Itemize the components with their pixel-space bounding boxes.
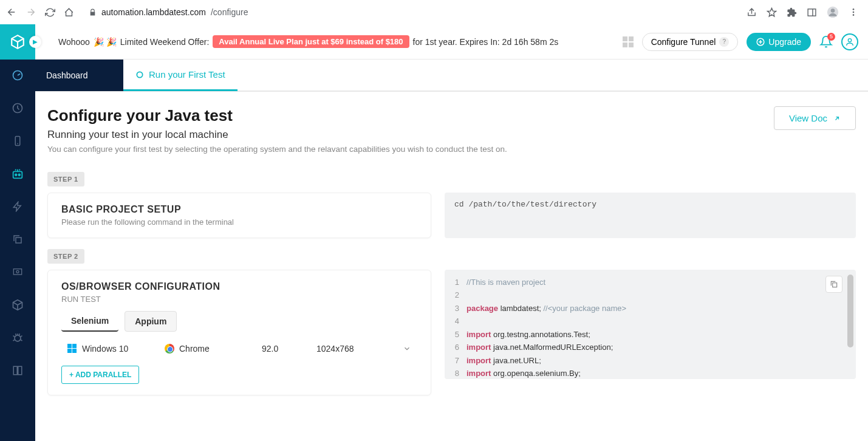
sidebar-package-icon[interactable] <box>10 298 25 312</box>
svg-point-15 <box>18 174 20 176</box>
view-doc-button[interactable]: View Doc <box>774 106 856 130</box>
help-icon: ? <box>719 37 729 47</box>
svg-point-4 <box>853 9 855 10</box>
promo-label: Limited Weekend Offer: <box>120 37 210 47</box>
cfg-browser: Chrome <box>165 344 244 354</box>
svg-point-18 <box>16 270 19 273</box>
tab-run-first-test[interactable]: Run your First Test <box>123 60 238 91</box>
home-icon[interactable] <box>64 7 74 18</box>
upgrade-button[interactable]: Upgrade <box>747 33 811 51</box>
code-block[interactable]: 1//This is maven project 2 3package lamb… <box>445 270 856 379</box>
configure-tunnel-label: Configure Tunnel <box>651 37 716 47</box>
svg-rect-16 <box>16 238 21 243</box>
apps-icon[interactable] <box>623 36 634 47</box>
code-scrollbar[interactable] <box>847 275 853 347</box>
chevron-down-icon[interactable] <box>403 344 411 353</box>
logo[interactable]: ▶ <box>0 24 35 60</box>
expand-sidebar-icon[interactable]: ▶ <box>29 36 41 48</box>
sidebar <box>0 60 35 441</box>
cfg-version: 92.0 <box>262 344 298 354</box>
windows-icon <box>67 344 77 354</box>
cfg-resolution: 1024x768 <box>316 344 371 354</box>
sidebar-device-icon[interactable] <box>10 134 25 148</box>
svg-point-5 <box>853 12 855 13</box>
promo-banner: Wohooo 🎉 🎉 Limited Weekend Offer: Avail … <box>58 35 558 48</box>
sidebar-realtime-icon[interactable] <box>10 101 25 115</box>
promo-pill[interactable]: Avail Annual Live Plan just at $69 inste… <box>213 35 409 48</box>
sidebar-lightning-icon[interactable] <box>10 199 25 214</box>
step2-badge: STEP 2 <box>47 249 84 264</box>
notifications-icon[interactable]: 5 <box>819 35 833 49</box>
step2-card: OS/BROWSER CONFIGURATION RUN TEST Seleni… <box>47 270 431 395</box>
url-path: /configure <box>211 7 248 17</box>
extensions-icon[interactable] <box>787 7 797 18</box>
page-subtitle: Running your test in your local machine <box>47 129 233 141</box>
svg-point-3 <box>831 9 835 13</box>
notification-badge: 5 <box>827 33 835 41</box>
promo-post: for 1st year. Expires In: 2d 16h 58m 2s <box>413 37 559 47</box>
svg-point-8 <box>848 38 851 41</box>
sidebar-screenshot-icon[interactable] <box>10 265 25 279</box>
svg-point-6 <box>853 14 855 16</box>
share-icon[interactable] <box>747 7 757 18</box>
chrome-icon <box>165 344 174 354</box>
svg-rect-20 <box>13 366 17 375</box>
upgrade-label: Upgrade <box>768 37 801 47</box>
page-title: Configure your Java test <box>47 106 233 125</box>
avatar[interactable] <box>841 33 858 50</box>
url-host: automation.lambdatest.com <box>101 7 206 17</box>
svg-rect-21 <box>18 366 22 375</box>
sidebar-copy-icon[interactable] <box>10 232 25 247</box>
step2-title: OS/BROWSER CONFIGURATION <box>61 281 417 292</box>
browser-actions <box>747 6 862 18</box>
svg-rect-17 <box>13 269 21 275</box>
url-bar[interactable]: automation.lambdatest.com/configure <box>83 5 738 19</box>
app-header: ▶ Wohooo 🎉 🎉 Limited Weekend Offer: Avai… <box>0 24 868 60</box>
forward-icon[interactable] <box>26 7 36 18</box>
menu-icon[interactable] <box>849 7 858 17</box>
back-icon[interactable] <box>6 7 17 18</box>
svg-point-14 <box>15 174 17 176</box>
tab-selenium[interactable]: Selenium <box>61 311 118 332</box>
promo-pre: Wohooo <box>58 37 90 47</box>
lock-icon <box>89 9 97 16</box>
step1-command[interactable]: cd /path/to/the/test/directory <box>445 193 856 238</box>
browser-toolbar: automation.lambdatest.com/configure <box>0 0 868 24</box>
step1-card: BASIC PROJECT SETUP Please run the follo… <box>47 193 431 238</box>
sidebar-layers-icon[interactable] <box>10 363 25 378</box>
copy-icon[interactable] <box>825 276 842 293</box>
main-content: Dashboard Run your First Test Configure … <box>35 60 868 441</box>
reload-icon[interactable] <box>45 7 55 18</box>
svg-rect-0 <box>808 9 816 15</box>
dashboard-tab[interactable]: Dashboard <box>35 60 123 91</box>
cfg-os: Windows 10 <box>67 344 146 354</box>
configure-tunnel-button[interactable]: Configure Tunnel ? <box>642 33 739 51</box>
svg-rect-13 <box>13 171 22 178</box>
sidebar-bug-icon[interactable] <box>10 330 25 345</box>
panel-icon[interactable] <box>807 7 817 18</box>
page-hint: You can configure your first test by sel… <box>47 145 856 154</box>
svg-point-19 <box>15 335 21 341</box>
add-parallel-button[interactable]: + ADD PARALLEL <box>61 366 139 384</box>
profile-icon[interactable] <box>827 6 839 18</box>
svg-point-22 <box>137 72 142 77</box>
sidebar-dashboard-icon[interactable] <box>10 68 25 83</box>
svg-rect-23 <box>833 283 837 287</box>
star-icon[interactable] <box>767 7 777 18</box>
step2-sub: RUN TEST <box>61 295 417 304</box>
step1-badge: STEP 1 <box>47 172 84 186</box>
tab-appium[interactable]: Appium <box>125 311 177 332</box>
step1-sub: Please run the following command in the … <box>61 217 417 227</box>
step1-title: BASIC PROJECT SETUP <box>61 204 417 215</box>
sidebar-automation-icon[interactable] <box>10 166 25 181</box>
config-row[interactable]: Windows 10 Chrome 92.0 1024x768 <box>61 340 417 357</box>
